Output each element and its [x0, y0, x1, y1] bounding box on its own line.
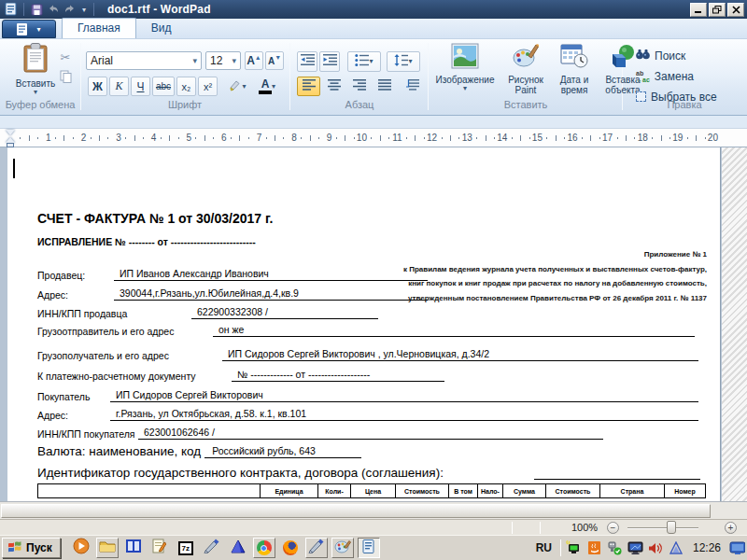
zoom-out-button[interactable]: −	[607, 522, 619, 534]
highlight-button[interactable]: ▾	[224, 77, 250, 96]
doc-field-row: К платежно-расчетному документу№ -------…	[37, 369, 444, 382]
ruler-segment: 9	[292, 129, 328, 148]
bullets-button[interactable]: ▾	[347, 51, 381, 72]
copy-icon	[60, 70, 72, 86]
ruler-tick	[239, 135, 240, 141]
ruler-segment: 12	[398, 129, 433, 148]
ruler[interactable]: 1234567891011121314151617181920	[0, 128, 747, 147]
find-button[interactable]: Поиск	[631, 47, 734, 64]
zoom-in-button[interactable]: +	[725, 522, 737, 534]
taskbar: Пуск 7z RU 12:26	[0, 535, 747, 560]
shrink-font-button[interactable]: А▼	[265, 51, 284, 70]
ruler-tick	[283, 137, 284, 139]
airbrush-launcher[interactable]	[201, 538, 223, 558]
paragraph-settings-button[interactable]	[402, 77, 424, 96]
doc-field-row: ИНН/КПП продавца622900332308 /	[37, 306, 378, 319]
network-tray-icon[interactable]	[566, 540, 582, 556]
date-time-button[interactable]: Дата и время	[551, 43, 598, 96]
zoom-slider-track[interactable]	[627, 527, 698, 529]
firefox-launcher[interactable]	[279, 538, 302, 558]
doc-field-row: ПокупательИП Сидоров Сергей Викторович	[37, 389, 698, 402]
ruler-tick	[634, 137, 635, 139]
wordpad-app-icon[interactable]	[3, 2, 20, 17]
scrollbar-thumb[interactable]	[1, 504, 711, 518]
language-indicator[interactable]: RU	[532, 541, 556, 554]
ruler-tick	[91, 137, 92, 139]
ruler-tick	[705, 137, 706, 139]
usb-tray-icon[interactable]	[607, 540, 623, 556]
paste-button[interactable]: Вставить ▾	[9, 43, 62, 96]
font-color-button[interactable]: А ▾	[252, 77, 282, 96]
font-family-combo[interactable]: Arial ▾	[86, 51, 202, 70]
cut-button[interactable]: ✂	[56, 49, 75, 65]
grow-font-button[interactable]: А▲	[245, 51, 263, 70]
airbrush-window-button[interactable]	[305, 538, 328, 558]
subscript-button[interactable]: x₂	[176, 77, 196, 96]
undo-icon[interactable]	[45, 2, 62, 17]
datetime-label-2: время	[561, 85, 588, 96]
copy-button[interactable]	[56, 69, 75, 86]
volume-tray-icon[interactable]	[648, 540, 664, 556]
ruler-tick	[380, 135, 381, 141]
document-page[interactable]: СЧЕТ - ФАКТУРА № 1 от 30/03/2017 г. ИСПР…	[7, 147, 721, 501]
strikethrough-button[interactable]: abc	[152, 77, 175, 96]
tab-view[interactable]: Вид	[136, 19, 187, 38]
start-button[interactable]: Пуск	[2, 538, 61, 558]
bold-button[interactable]: Ж	[88, 77, 107, 96]
wordpad-window-button[interactable]	[358, 538, 380, 558]
insert-image-button[interactable]: Изображение ▾	[431, 43, 499, 92]
font-size-combo[interactable]: 12 ▾	[205, 51, 241, 70]
superscript-button[interactable]: x²	[198, 77, 218, 96]
close-button[interactable]	[727, 3, 744, 17]
zoom-slider-thumb[interactable]	[667, 521, 676, 534]
font-size-value: 12	[210, 54, 222, 67]
paint-window-button[interactable]	[331, 538, 354, 558]
ruler-segment: 10	[327, 129, 362, 148]
prism-launcher[interactable]	[227, 538, 249, 558]
italic-button[interactable]: К	[109, 77, 129, 96]
align-center-button[interactable]	[322, 77, 345, 96]
doc-field-row: Грузоотправитель и его адресон же	[37, 324, 695, 337]
horizontal-scrollbar[interactable]	[0, 501, 747, 519]
align-left-button[interactable]	[297, 77, 320, 96]
underline-button[interactable]: Ч	[131, 77, 150, 96]
ruler-tick	[512, 137, 513, 139]
ruler-tick	[529, 137, 530, 139]
ruler-gap	[0, 116, 747, 128]
display-tray-icon[interactable]	[627, 540, 643, 556]
ruler-tick	[310, 135, 311, 141]
replace-button[interactable]: ab→ac Замена	[631, 67, 734, 85]
airbrush-icon-2	[308, 539, 324, 557]
align-right-button[interactable]	[347, 77, 371, 96]
taskbar-clock[interactable]: 12:26	[689, 541, 725, 554]
increase-indent-button[interactable]	[319, 51, 340, 72]
ruler-segment: 19	[643, 129, 679, 148]
show-desktop-button[interactable]	[729, 540, 745, 556]
redo-icon[interactable]	[62, 2, 78, 17]
chrome-window-button[interactable]	[253, 538, 275, 558]
notes-launcher[interactable]	[148, 538, 171, 558]
paint-drawing-button[interactable]: Рисунок Paint	[502, 43, 549, 96]
minimize-button[interactable]	[690, 3, 707, 17]
ruler-segment: 13	[432, 129, 468, 148]
ruler-tick	[617, 137, 618, 139]
doc-field-row: Продавец:ИП Иванов Александр Иванович	[37, 268, 428, 281]
qat-dropdown-icon[interactable]: ▾	[78, 2, 90, 17]
ruler-tick	[204, 135, 205, 141]
application-menu-button[interactable]: ▾	[2, 20, 56, 38]
file-manager-window-button[interactable]	[96, 538, 119, 558]
line-spacing-icon	[394, 54, 408, 69]
doc-field-label: ИНН/КПП продавца	[37, 308, 191, 319]
restore-button[interactable]	[709, 3, 726, 17]
java-tray-icon[interactable]	[586, 540, 602, 556]
line-spacing-button[interactable]: ▾	[387, 51, 420, 72]
commander-launcher[interactable]	[122, 538, 145, 558]
decrease-indent-button[interactable]	[297, 51, 317, 72]
tab-home[interactable]: Главная	[62, 18, 136, 38]
archiver-launcher[interactable]: 7z	[175, 538, 197, 558]
save-icon[interactable]	[28, 2, 45, 17]
graphics-tray-icon[interactable]	[669, 540, 684, 556]
justify-button[interactable]	[373, 77, 396, 96]
media-player-launcher[interactable]	[70, 538, 92, 558]
font-family-dropdown-icon: ▾	[192, 56, 197, 65]
